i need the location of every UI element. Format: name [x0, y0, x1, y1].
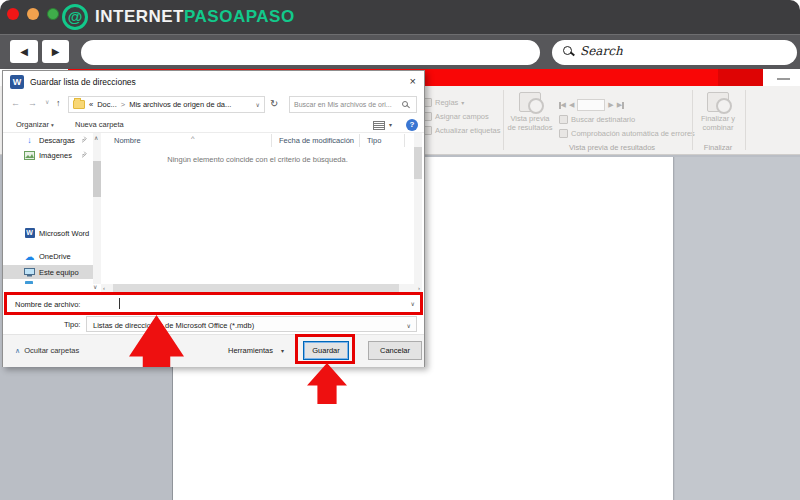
chevron-down-icon[interactable]: ▾: [389, 121, 392, 128]
column-header-nombre[interactable]: Nombre: [114, 136, 141, 145]
minimize-traffic-light[interactable]: [27, 8, 39, 20]
comprobacion-label: Comprobación automática de errores: [571, 129, 695, 138]
filename-label: Nombre de archivo:: [15, 300, 80, 309]
scroll-left-icon[interactable]: ‹: [103, 285, 105, 291]
ribbon-buscar-destinatario-button[interactable]: Buscar destinatario: [559, 115, 635, 124]
nav-back-icon[interactable]: ←: [11, 98, 20, 108]
screenshot-root: @ INTERNETPASOAPASO ◀ ▶ Search Reglas ▾ …: [0, 0, 800, 500]
vista-previa-line2: de resultados: [506, 123, 554, 132]
vista-previa-line1: Vista previa: [506, 114, 554, 123]
sidebar-item-descargas[interactable]: ↓ Descargas: [3, 133, 93, 147]
finalizar-line1: Finalizar y: [695, 114, 741, 123]
herramientas-menu[interactable]: Herramientas▾: [228, 346, 284, 355]
group-label-vista-previa: Vista previa de resultados: [552, 143, 672, 152]
ribbon-actualizar-etiquetas-button[interactable]: Actualizar etiquetas: [423, 126, 500, 135]
browser-forward-button[interactable]: ▶: [42, 40, 69, 63]
finalizar-line2: combinar: [695, 123, 741, 132]
file-type-row: Tipo: Listas de direcciones de Microsoft…: [3, 316, 426, 332]
preview-results-icon: [519, 92, 541, 112]
close-icon[interactable]: ×: [410, 75, 416, 87]
collapse-ribbon-dash-icon[interactable]: [777, 78, 790, 80]
word-icon: W: [24, 228, 35, 238]
column-divider: [271, 134, 272, 147]
tipo-label: Tipo:: [64, 320, 80, 329]
dialog-footer: ∧Ocultar carpetas Herramientas▾ Guardar …: [3, 334, 424, 367]
empty-folder-message: Ningún elemento coincide con el criterio…: [101, 155, 414, 164]
breadcrumb-item-current[interactable]: Mis archivos de origen de da...: [129, 100, 231, 109]
sidebar-item-onedrive[interactable]: ☁ OneDrive: [3, 249, 93, 263]
ribbon-reglas-button[interactable]: Reglas ▾: [423, 98, 464, 107]
browser-search-box[interactable]: Search: [552, 40, 797, 65]
sidebar-scrollbar[interactable]: ∧: [93, 133, 101, 284]
scroll-up-icon[interactable]: ∧: [94, 134, 98, 141]
breadcrumb-overflow[interactable]: «: [89, 100, 93, 109]
search-icon: [402, 101, 408, 107]
organizar-menu[interactable]: Organizar ▾: [16, 120, 54, 129]
scroll-down-icon[interactable]: ∨: [93, 283, 97, 290]
file-type-select[interactable]: Listas de direcciones de Microsoft Offic…: [86, 316, 417, 332]
nav-forward-icon[interactable]: →: [28, 98, 37, 108]
breadcrumb-item-documents[interactable]: Doc...: [97, 100, 117, 109]
address-bar-input[interactable]: [81, 40, 540, 65]
column-header-fecha[interactable]: Fecha de modificación: [279, 136, 354, 145]
help-icon[interactable]: ?: [406, 119, 418, 131]
chevron-down-icon: ▾: [461, 99, 464, 106]
record-number-input[interactable]: [577, 99, 605, 111]
finish-merge-icon: [707, 92, 729, 112]
network-icon: [24, 281, 35, 284]
brand-word-internet: INTERNET: [95, 7, 184, 27]
nueva-carpeta-button[interactable]: Nueva carpeta: [75, 120, 124, 129]
next-record-icon[interactable]: ▶: [608, 101, 613, 109]
scroll-right-icon[interactable]: ›: [418, 285, 420, 291]
filelist-scrollbar[interactable]: [414, 133, 422, 284]
refresh-icon[interactable]: ↻: [270, 98, 278, 109]
sidebar-item-imagenes[interactable]: Imágenes: [3, 148, 93, 162]
chevron-down-icon[interactable]: ∨: [411, 300, 415, 307]
file-type-value: Listas de direcciones de Microsoft Offic…: [93, 321, 254, 330]
column-header-tipo[interactable]: Tipo: [367, 136, 381, 145]
dialog-title: Guardar lista de direcciones: [30, 77, 136, 87]
actualizar-etiquetas-label: Actualizar etiquetas: [435, 126, 500, 135]
first-record-icon[interactable]: ◀: [559, 100, 566, 109]
cancelar-button[interactable]: Cancelar: [368, 341, 422, 360]
close-traffic-light[interactable]: [7, 8, 19, 20]
filename-input[interactable]: [117, 297, 409, 310]
dialog-address-row: ← → ∨ ↑ « Doc... > Mis archivos de orige…: [3, 93, 424, 115]
last-record-icon[interactable]: ▶: [617, 100, 624, 109]
sidebar-item-este-equipo[interactable]: Este equipo: [3, 265, 93, 279]
guardar-button[interactable]: Guardar: [303, 341, 349, 360]
dialog-search-box[interactable]: Buscar en Mis archivos de ori...: [289, 96, 417, 113]
sidebar-item-partial[interactable]: [3, 281, 93, 284]
ocultar-carpetas-button[interactable]: ∧Ocultar carpetas: [15, 346, 79, 355]
find-recipient-icon: [559, 115, 568, 124]
ribbon-asignar-campos-button[interactable]: Asignar campos: [423, 112, 489, 121]
up-one-level-icon[interactable]: ↑: [56, 98, 61, 108]
buscar-destinatario-label: Buscar destinatario: [571, 115, 635, 124]
scrollbar-thumb[interactable]: [414, 147, 422, 179]
record-navigator[interactable]: ◀ ◀ ▶ ▶: [559, 99, 624, 111]
check-errors-icon: [559, 129, 568, 138]
brand-word-paso2: PASO: [246, 7, 295, 27]
sort-ascending-icon: ^: [191, 134, 195, 143]
change-view-icon[interactable]: [373, 121, 385, 130]
zoom-traffic-light[interactable]: [47, 8, 59, 20]
ribbon-comprobacion-button[interactable]: Comprobación automática de errores: [559, 129, 695, 138]
chevron-down-icon: ▾: [51, 122, 54, 128]
folder-icon: [73, 100, 85, 109]
scrollbar-thumb[interactable]: [93, 161, 101, 197]
pin-icon: [80, 151, 87, 158]
recent-locations-icon[interactable]: ∨: [45, 98, 49, 105]
sidebar-item-microsoft-word[interactable]: W Microsoft Word: [3, 226, 93, 240]
browser-back-button[interactable]: ◀: [10, 40, 38, 63]
save-address-list-dialog: W Guardar lista de direcciones × ← → ∨ ↑…: [2, 70, 425, 367]
previous-record-icon[interactable]: ◀: [569, 101, 574, 109]
ribbon-finalizar-combinar-button[interactable]: Finalizar y combinar: [695, 92, 741, 132]
dialog-titlebar[interactable]: W Guardar lista de direcciones ×: [3, 71, 424, 93]
ribbon-separator: [503, 90, 504, 150]
chevron-down-icon[interactable]: ∨: [256, 101, 260, 108]
ribbon-vista-previa-button[interactable]: Vista previa de resultados: [506, 92, 554, 132]
text-caret: [119, 298, 120, 309]
breadcrumb[interactable]: « Doc... > Mis archivos de origen de da.…: [68, 96, 265, 113]
workspace-background-right: [675, 157, 800, 500]
column-divider: [359, 134, 360, 147]
